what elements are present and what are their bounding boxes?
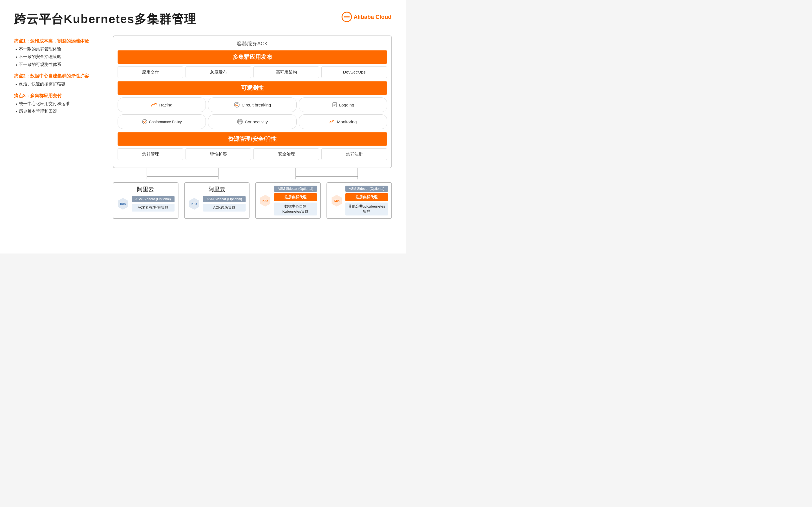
logo: Alibaba Cloud: [341, 11, 392, 22]
ack-container: 容器服务ACK 多集群应用发布 应用交付 灰度发布 高可用架构 DevSecOp…: [113, 36, 392, 168]
svg-rect-6: [236, 104, 238, 106]
list-item: 不一致的集群管理体验: [15, 47, 104, 53]
aliyun1-title: 阿里云: [117, 186, 174, 193]
obs-monitoring: Monitoring: [299, 114, 387, 129]
svg-text:Alibaba Cloud: Alibaba Cloud: [354, 14, 391, 20]
deploy-item-4: DevSecOps: [321, 66, 387, 78]
ack-header: 容器服务ACK: [117, 40, 387, 47]
alibaba-cloud-logo: Alibaba Cloud: [341, 11, 392, 22]
pain-point-3-title: 痛点3：多集群应用交付: [14, 93, 104, 99]
obs-logging: Logging: [299, 98, 387, 112]
resource-item-2: 弹性扩容: [186, 149, 251, 160]
aliyun1-name: ACK专有/托管集群: [132, 204, 174, 212]
deploy-item-3: 高可用架构: [253, 66, 319, 78]
k8s-icon-dc2: K8s: [331, 194, 343, 207]
svg-point-5: [234, 102, 239, 107]
list-item: 不一致的安全治理策略: [15, 54, 104, 60]
svg-point-21: [330, 121, 331, 122]
pain-point-1-title: 痛点1：运维成本高，割裂的运维体验: [14, 38, 104, 44]
dc2-name: 其他公共云Kubernetes集群: [345, 203, 388, 216]
resource-item-4: 集群注册: [321, 149, 387, 160]
resource-item-3: 安全治理: [253, 149, 319, 160]
aliyun-cluster-1: 阿里云 K8s ASM Sidecar (Optional) ACK专有/托管集…: [113, 182, 179, 219]
aliyun2-inner: K8s ASM Sidecar (Optional) ACK边缘集群: [188, 196, 246, 212]
conformance-icon: [142, 119, 147, 124]
header: 跨云平台Kubernetes多集群管理 Alibaba Cloud: [14, 11, 392, 27]
dc1-cards: ASM Sidecar (Optional) 注册集群代理 数据中心自建Kube…: [274, 186, 317, 216]
connector-lines: [113, 168, 392, 179]
aliyun2-sidecar: ASM Sidecar (Optional): [203, 196, 246, 202]
obs-connectivity: Connectivity: [208, 114, 296, 129]
k8s-icon-aliyun2: K8s: [188, 198, 201, 210]
k8s-icon-dc1: K8s: [259, 194, 272, 207]
obs-conformance: Conformance Policy: [117, 114, 206, 129]
pain-point-1-list: 不一致的集群管理体验 不一致的安全治理策略 不一致的可观测性体系: [14, 47, 104, 68]
aliyun1-cards: ASM Sidecar (Optional) ACK专有/托管集群: [132, 196, 174, 212]
resource-grid: 集群管理 弹性扩容 安全治理 集群注册: [117, 149, 387, 160]
aliyun2-cards: ASM Sidecar (Optional) ACK边缘集群: [203, 196, 246, 212]
dc2-agent: 注册集群代理: [345, 193, 388, 201]
dc2-inner: K8s ASM Sidecar (Optional) 注册集群代理 其他公共云K…: [331, 186, 388, 216]
dc1-sidecar: ASM Sidecar (Optional): [274, 186, 317, 192]
dc2-sidecar: ASM Sidecar (Optional): [345, 186, 388, 192]
dc1-agent: 注册集群代理: [274, 193, 317, 201]
svg-point-4: [156, 103, 157, 105]
svg-text:K8s: K8s: [262, 199, 268, 203]
dc2-cards: ASM Sidecar (Optional) 注册集群代理 其他公共云Kuber…: [345, 186, 388, 216]
list-item: 历史版本管理和回滚: [15, 109, 104, 115]
deploy-item-2: 灰度发布: [186, 66, 251, 78]
deploy-item-1: 应用交付: [117, 66, 183, 78]
monitoring-icon: [329, 119, 335, 125]
deploy-grid: 应用交付 灰度发布 高可用架构 DevSecOps: [117, 66, 387, 78]
page-title: 跨云平台Kubernetes多集群管理: [14, 11, 197, 27]
list-item: 统一中心化应用交付和运维: [15, 101, 104, 107]
left-panel: 痛点1：运维成本高，割裂的运维体验 不一致的集群管理体验 不一致的安全治理策略 …: [14, 36, 104, 238]
svg-text:K8s: K8s: [120, 202, 126, 206]
resource-bar: 资源管理/安全/弹性: [117, 132, 387, 146]
list-item: 不一致的可观测性体系: [15, 62, 104, 68]
dc1-inner: K8s ASM Sidecar (Optional) 注册集群代理 数据中心自建…: [259, 186, 317, 216]
deploy-bar: 多集群应用发布: [117, 50, 387, 64]
dc-cluster-2: K8s ASM Sidecar (Optional) 注册集群代理 其他公共云K…: [326, 182, 392, 219]
pain-point-2-list: 灵活、快速的按需扩缩容: [14, 81, 104, 88]
resource-item-1: 集群管理: [117, 149, 183, 160]
obs-bar: 可观测性: [117, 81, 387, 95]
aliyun1-inner: K8s ASM Sidecar (Optional) ACK专有/托管集群: [117, 196, 174, 212]
slide: 跨云平台Kubernetes多集群管理 Alibaba Cloud 痛点1：运维…: [0, 0, 406, 253]
aliyun2-title: 阿里云: [188, 186, 246, 193]
svg-text:K8s: K8s: [191, 202, 197, 206]
svg-text:K8s: K8s: [334, 199, 339, 203]
dc-cluster-1: K8s ASM Sidecar (Optional) 注册集群代理 数据中心自建…: [255, 182, 321, 219]
list-item: 灵活、快速的按需扩缩容: [15, 81, 104, 88]
aliyun-cluster-2: 阿里云 K8s ASM Sidecar (Optional) ACK边缘集群: [184, 182, 250, 219]
svg-point-3: [151, 105, 152, 107]
pain-point-2-title: 痛点2：数据中心自建集群的弹性扩容: [14, 73, 104, 79]
bottom-clusters: 阿里云 K8s ASM Sidecar (Optional) ACK专有/托管集…: [113, 182, 392, 219]
tracing-icon: [151, 102, 157, 108]
diagram-panel: 容器服务ACK 多集群应用发布 应用交付 灰度发布 高可用架构 DevSecOp…: [113, 36, 392, 238]
obs-tracing: Tracing: [117, 98, 206, 112]
obs-grid: Tracing Circuit breaking: [117, 98, 387, 129]
pain-point-3-list: 统一中心化应用交付和运维 历史版本管理和回滚: [14, 101, 104, 115]
svg-point-15: [142, 119, 147, 124]
main-content: 痛点1：运维成本高，割裂的运维体验 不一致的集群管理体验 不一致的安全治理策略 …: [14, 36, 392, 238]
aliyun2-name: ACK边缘集群: [203, 204, 246, 212]
circuit-breaking-icon: [234, 102, 240, 108]
dc1-name: 数据中心自建Kubernetes集群: [274, 203, 317, 216]
aliyun1-sidecar: ASM Sidecar (Optional): [132, 196, 174, 202]
logging-icon: [332, 102, 338, 108]
connectivity-icon: [237, 119, 243, 125]
obs-circuit-breaking: Circuit breaking: [208, 98, 296, 112]
k8s-icon-aliyun1: K8s: [117, 198, 130, 210]
